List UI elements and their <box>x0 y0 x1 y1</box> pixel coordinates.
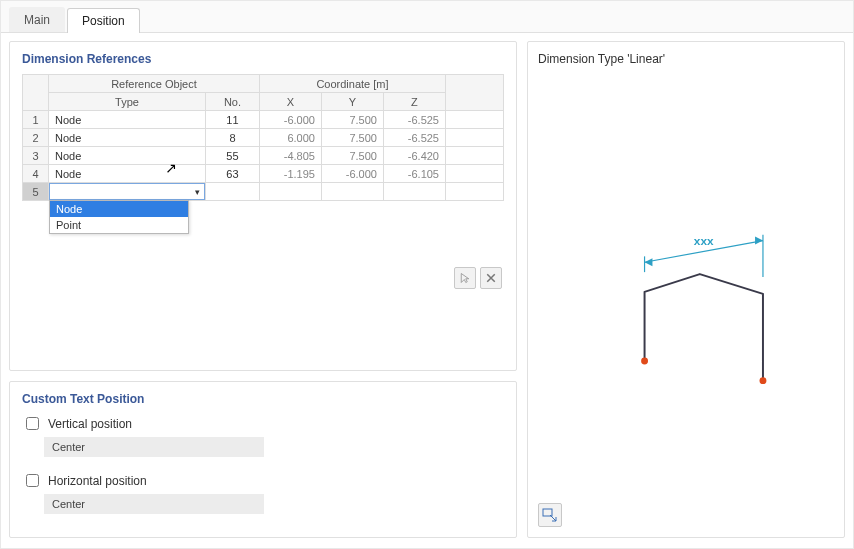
horizontal-position-label: Horizontal position <box>48 474 147 488</box>
cell-y[interactable]: 7.500 <box>321 147 383 165</box>
chevron-down-icon: ▾ <box>195 187 200 197</box>
col-type: Type <box>49 93 206 111</box>
custom-text-position-panel: Custom Text Position Vertical position C… <box>9 381 517 538</box>
preview-title: Dimension Type 'Linear' <box>538 52 834 66</box>
table-row[interactable]: 1Node11-6.0007.500-6.525 <box>23 111 504 129</box>
row-index: 2 <box>23 129 49 147</box>
dropdown-option[interactable]: Node <box>50 201 188 217</box>
cell-y[interactable]: -6.000 <box>321 165 383 183</box>
cell-type[interactable]: Node <box>49 129 206 147</box>
cell-y[interactable]: 7.500 <box>321 111 383 129</box>
cell-x[interactable]: -6.000 <box>259 111 321 129</box>
tab-main[interactable]: Main <box>9 7 65 32</box>
cell-type[interactable]: Node <box>49 147 206 165</box>
table-row-new[interactable]: 5▾NodePoint <box>23 183 504 201</box>
svg-marker-4 <box>755 237 763 245</box>
cell-z[interactable]: -6.525 <box>383 111 445 129</box>
type-dropdown-list: NodePoint <box>49 200 189 234</box>
cell-x[interactable]: -1.195 <box>259 165 321 183</box>
cell-x[interactable]: -4.805 <box>259 147 321 165</box>
col-group-coordinate: Coordinate [m] <box>259 75 445 93</box>
vertical-position-checkbox[interactable] <box>26 417 39 430</box>
vertical-position-label: Vertical position <box>48 417 132 431</box>
preview-tool-button[interactable] <box>538 503 562 527</box>
col-group-reference-object: Reference Object <box>49 75 260 93</box>
row-index: 3 <box>23 147 49 165</box>
svg-marker-3 <box>645 258 653 266</box>
dropdown-option[interactable]: Point <box>50 217 188 233</box>
row-index: 4 <box>23 165 49 183</box>
reference-table: Reference Object Coordinate [m] Type No.… <box>22 74 504 201</box>
dimension-label: xxx <box>694 234 714 248</box>
cell-no[interactable]: 8 <box>205 129 259 147</box>
cell-no[interactable]: 63 <box>205 165 259 183</box>
cell-z[interactable]: -6.420 <box>383 147 445 165</box>
dimension-references-panel: Dimension References Reference Object Co… <box>9 41 517 371</box>
dimension-references-title: Dimension References <box>22 52 504 66</box>
row-index: 1 <box>23 111 49 129</box>
vertical-position-value[interactable]: Center <box>44 437 264 457</box>
row-index: 5 <box>23 183 49 201</box>
preview-drawing: xxx <box>538 72 834 492</box>
cell-x[interactable]: 6.000 <box>259 129 321 147</box>
tab-bar: Main Position <box>1 1 853 33</box>
preview-panel: Dimension Type 'Linear' xxx <box>527 41 845 538</box>
horizontal-position-value[interactable]: Center <box>44 494 264 514</box>
table-row[interactable]: 3Node55-4.8057.500-6.420 <box>23 147 504 165</box>
table-row[interactable]: 4Node63-1.195-6.000-6.105 <box>23 165 504 183</box>
cell-y[interactable]: 7.500 <box>321 129 383 147</box>
custom-text-position-title: Custom Text Position <box>22 392 504 406</box>
col-y: Y <box>321 93 383 111</box>
cell-no[interactable]: 55 <box>205 147 259 165</box>
svg-point-5 <box>641 357 648 364</box>
cell-type[interactable]: Node <box>49 111 206 129</box>
type-dropdown[interactable]: ▾NodePoint <box>49 183 206 201</box>
cell-z[interactable]: -6.105 <box>383 165 445 183</box>
cell-no[interactable]: 11 <box>205 111 259 129</box>
cell-type[interactable]: Node <box>49 165 206 183</box>
tab-position[interactable]: Position <box>67 8 140 33</box>
table-row[interactable]: 2Node86.0007.500-6.525 <box>23 129 504 147</box>
col-no: No. <box>205 93 259 111</box>
horizontal-position-checkbox[interactable] <box>26 474 39 487</box>
pick-node-button[interactable] <box>454 267 476 289</box>
col-x: X <box>259 93 321 111</box>
cell-z[interactable]: -6.525 <box>383 129 445 147</box>
col-z: Z <box>383 93 445 111</box>
svg-point-6 <box>760 377 767 384</box>
delete-row-button[interactable] <box>480 267 502 289</box>
